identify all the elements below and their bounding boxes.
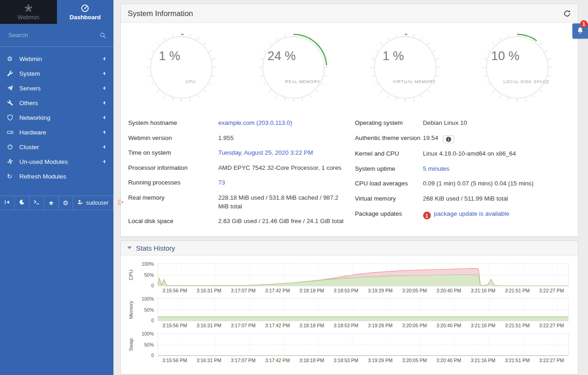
search-input[interactable] — [7, 31, 100, 39]
chevron-left-icon — [101, 57, 105, 61]
gauge-local-disk-space: 10 %LOCAL DISK SPACE — [461, 31, 573, 104]
stats-history-header[interactable]: Stats History — [121, 241, 578, 256]
info-label: Running processes — [128, 179, 218, 187]
info-row-time-on-system: Time on systemTuesday, August 25, 2020 3… — [128, 146, 344, 161]
chevron-left-icon — [101, 101, 105, 105]
svg-text:REAL MEMORY: REAL MEMORY — [285, 79, 320, 84]
info-row-running-processes: Running processes73 — [128, 175, 344, 190]
favorites-button[interactable]: ★ — [44, 196, 59, 210]
chevron-left-icon — [101, 145, 105, 149]
sidebar: Webmin Dashboard ⚙WebminSystemServersOth… — [0, 0, 113, 375]
info-label: Local disk space — [128, 217, 218, 226]
info-row-virtual-memory: Virtual memory268 KiB used / 511.99 MiB … — [355, 191, 571, 207]
chart-y-axis: 100%50%0 — [136, 298, 158, 321]
sidebar-item-refresh-modules[interactable]: ↻Refresh Modules — [0, 169, 113, 184]
info-value: 5 minutes — [423, 165, 571, 174]
info-row-package-updates: Package updates1package update is availa… — [355, 207, 571, 223]
gauge-real-memory: 24 %REAL MEMORY — [237, 31, 350, 104]
info-value: 73 — [218, 179, 344, 187]
info-label: Time on system — [128, 149, 218, 157]
user-icon — [77, 199, 83, 207]
info-row-real-memory: Real memory228.18 MiB used / 531.8 MiB c… — [128, 190, 344, 214]
star-icon: ★ — [48, 200, 54, 206]
info-label: Webmin version — [128, 134, 218, 143]
sidebar-item-label: Hardware — [19, 129, 101, 136]
search-icon[interactable] — [100, 32, 106, 39]
info-row-operating-system: Operating systemDebian Linux 10 — [355, 116, 571, 131]
tab-webmin[interactable]: Webmin — [0, 0, 57, 24]
charts-container: CPU100%50%03:15:56 PM3:16:31 PM3:17:07 P… — [121, 256, 578, 369]
info-value-link[interactable]: 5 minutes — [423, 165, 450, 172]
sidebar-search — [0, 24, 113, 47]
gears-icon: ⚙ — [63, 200, 69, 206]
package-update-link[interactable]: package update is available — [434, 210, 509, 217]
info-label: Operating system — [355, 119, 423, 128]
refresh-icon[interactable] — [563, 10, 571, 17]
chart-swap: Swap100%50%03:15:56 PM3:16:31 PM3:17:07 … — [121, 329, 578, 364]
x-tick-label: 3:21:51 PM — [500, 323, 535, 328]
info-row-authentic-theme-version: Authentic theme version19.54i — [355, 131, 571, 147]
sidebar-item-hardware[interactable]: Hardware — [0, 125, 113, 140]
collapse-sidebar-button[interactable] — [0, 196, 15, 210]
x-tick-label: 3:15:56 PM — [158, 323, 192, 328]
x-tick-label: 3:18:18 PM — [294, 358, 329, 363]
info-row-system-uptime: System uptime5 minutes — [355, 162, 571, 177]
chevron-left-icon — [101, 116, 105, 119]
logout-button[interactable] — [113, 196, 128, 210]
x-tick-label: 3:22:27 PM — [534, 288, 569, 293]
tab-dashboard[interactable]: Dashboard — [57, 0, 114, 24]
x-tick-label: 3:15:56 PM — [158, 358, 192, 363]
x-tick-label: 3:15:56 PM — [158, 288, 192, 293]
settings-button[interactable]: ⚙ — [59, 196, 74, 210]
chevron-left-icon — [101, 160, 105, 163]
sidebar-item-cluster[interactable]: Cluster — [0, 140, 113, 154]
info-label: Virtual memory — [355, 195, 423, 203]
x-tick-label: 3:19:29 PM — [363, 358, 397, 363]
info-value-link[interactable]: Tuesday, August 25, 2020 3:22 PM — [218, 149, 313, 156]
sidebar-item-networking[interactable]: Networking — [0, 110, 113, 125]
x-tick-label: 3:20:40 PM — [432, 358, 466, 363]
paper-plane-icon — [7, 85, 19, 91]
notifications-button[interactable]: 1 — [572, 23, 588, 39]
sidebar-nav: ⚙WebminSystemServersOthersNetworkingHard… — [0, 47, 113, 184]
night-mode-button[interactable] — [15, 196, 29, 210]
sidebar-item-label: Servers — [19, 85, 101, 92]
wrench-icon — [7, 70, 19, 77]
user-menu-button[interactable]: sudouser — [73, 196, 113, 210]
x-tick-label: 3:20:05 PM — [397, 323, 432, 328]
svg-text:24 %: 24 % — [267, 49, 296, 63]
terminal-button[interactable] — [29, 196, 44, 210]
terminal-icon — [34, 199, 40, 207]
sidebar-item-un-used-modules[interactable]: Un-used Modules — [0, 154, 113, 169]
system-information-panel: System Information 1 %CPU24 %REAL MEMORY… — [120, 4, 578, 237]
x-tick-label: 3:21:16 PM — [466, 288, 500, 293]
info-label: Package updates — [355, 210, 423, 218]
svg-text:LOCAL DISK SPACE: LOCAL DISK SPACE — [503, 79, 550, 84]
sidebar-item-others[interactable]: Others — [0, 95, 113, 110]
sidebar-item-webmin[interactable]: ⚙Webmin — [0, 51, 113, 66]
info-value-link[interactable]: example.com (203.0.113.0) — [218, 119, 292, 126]
refresh-icon: ↻ — [7, 173, 19, 180]
theme-info-button[interactable]: i — [443, 135, 454, 143]
info-value-link[interactable]: 73 — [218, 179, 225, 186]
gauge-virtual-memory: 1 %VIRTUAL MEMORY — [350, 31, 462, 104]
stats-history-title: Stats History — [136, 244, 175, 252]
x-tick-label: 3:20:05 PM — [397, 288, 432, 293]
x-tick-label: 3:21:16 PM — [466, 358, 500, 363]
hdd-icon — [7, 129, 19, 135]
system-info-table: System hostnameexample.com (203.0.113.0)… — [121, 114, 578, 236]
chart-x-axis: 3:15:56 PM3:16:31 PM3:17:07 PM3:17:42 PM… — [158, 288, 569, 293]
info-value: 0.09 (1 min) 0.07 (5 mins) 0.04 (15 mins… — [423, 179, 571, 188]
sidebar-item-system[interactable]: System — [0, 66, 113, 81]
x-tick-label: 3:21:51 PM — [500, 358, 535, 363]
gear-icon: ⚙ — [7, 55, 19, 62]
chevron-left-icon — [101, 130, 105, 134]
x-tick-label: 3:20:40 PM — [432, 288, 466, 293]
x-tick-label: 3:22:27 PM — [534, 358, 569, 363]
info-value: 1package update is available — [423, 210, 571, 220]
webmin-logo-icon — [24, 4, 33, 13]
x-tick-label: 3:17:07 PM — [226, 358, 260, 363]
sidebar-item-servers[interactable]: Servers — [0, 81, 113, 95]
speedometer-icon — [81, 4, 89, 13]
collapse-icon — [4, 199, 10, 207]
